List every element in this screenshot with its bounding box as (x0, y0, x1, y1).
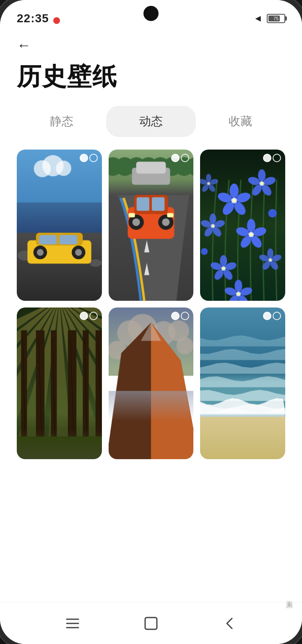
live-circle-7 (80, 312, 88, 320)
back-button[interactable]: ← (17, 38, 285, 52)
wallpaper-canvas-blue-flowers (200, 150, 285, 301)
live-circle-10 (181, 312, 189, 320)
live-circle-8 (89, 312, 98, 320)
live-circle-11 (263, 312, 271, 320)
wallpaper-canvas-mountain (109, 308, 194, 459)
tab-static[interactable]: 静态 (17, 106, 106, 137)
wallpaper-canvas-yellow-car (17, 150, 102, 301)
nav-back-button[interactable] (217, 611, 242, 636)
bottom-nav (0, 602, 302, 644)
live-icon-forest (80, 312, 98, 320)
status-time-container: 22:35 (17, 12, 60, 25)
live-icon-mountain (171, 312, 189, 320)
phone-screen: 22:35 ◄ 75 ← 历史壁纸 (0, 0, 302, 644)
wallpaper-item-beach[interactable] (200, 308, 285, 459)
signal-icon: ◄ (253, 13, 263, 24)
live-circle-3 (171, 154, 180, 162)
page-title: 历史壁纸 (17, 60, 285, 93)
battery-text: 75 (268, 16, 284, 21)
camera-notch (143, 6, 159, 21)
live-icon-orange-car (171, 154, 189, 162)
live-icon-yellow-car (80, 154, 98, 162)
wallpaper-canvas-beach (200, 308, 285, 459)
wallpaper-canvas-orange-car (109, 150, 194, 301)
wallpaper-item-mountain[interactable] (109, 308, 194, 459)
nav-menu-button[interactable] (60, 611, 85, 636)
live-circle-9 (171, 312, 180, 320)
back-arrow-icon[interactable]: ← (17, 38, 31, 52)
status-bar: 22:35 ◄ 75 (0, 0, 302, 29)
wallpaper-grid (17, 150, 285, 459)
live-icon-blue-flowers (263, 154, 281, 162)
battery-icon: 75 (267, 14, 285, 23)
svg-rect-3 (145, 618, 157, 629)
live-circle-2 (89, 154, 98, 162)
live-circle-1 (80, 154, 88, 162)
wallpaper-item-orange-car[interactable] (109, 150, 194, 301)
tab-favorites[interactable]: 收藏 (196, 106, 285, 137)
status-time: 22:35 (17, 12, 49, 25)
wallpaper-item-yellow-car[interactable] (17, 150, 102, 301)
tabs-container: 静态 动态 收藏 (17, 106, 285, 137)
watermark: 新浪人测 (285, 594, 294, 598)
live-circle-6 (273, 154, 281, 162)
phone-frame: 22:35 ◄ 75 ← 历史壁纸 (0, 0, 302, 644)
tab-dynamic[interactable]: 动态 (106, 106, 195, 137)
main-content: ← 历史壁纸 静态 动态 收藏 (0, 29, 302, 602)
wallpaper-item-blue-flowers[interactable] (200, 150, 285, 301)
live-circle-5 (263, 154, 271, 162)
live-circle-12 (273, 312, 281, 320)
wallpaper-canvas-forest (17, 308, 102, 459)
battery-container: 75 (267, 14, 285, 23)
status-right-icons: ◄ 75 (253, 13, 285, 24)
live-icon-beach (263, 312, 281, 320)
wallpaper-item-forest[interactable] (17, 308, 102, 459)
nav-home-button[interactable] (138, 611, 164, 636)
live-circle-4 (181, 154, 189, 162)
status-notification-dot (53, 17, 60, 24)
